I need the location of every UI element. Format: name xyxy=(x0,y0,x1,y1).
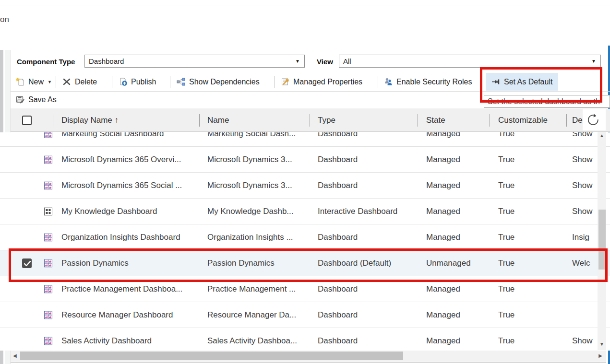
scroll-down-icon[interactable]: ▼ xyxy=(599,341,604,347)
grid-header: Display Name ↑ Name Type State Customiza… xyxy=(11,109,610,132)
cell-description: Show xyxy=(572,336,597,346)
table-row[interactable]: Resource Manager Dashboard Resource Mana… xyxy=(0,302,610,328)
cell-display-name: My Knowledge Dashboard xyxy=(61,207,196,216)
interactive-dashboard-icon xyxy=(44,207,52,215)
grid-bottom-border xyxy=(11,362,606,363)
table-row[interactable]: Microsoft Dynamics 365 Overvi... Microso… xyxy=(0,147,610,173)
cell-state: Managed xyxy=(426,207,487,216)
column-header-display-name[interactable]: Display Name ↑ xyxy=(61,109,119,131)
horizontal-scrollbar-thumb[interactable] xyxy=(20,352,403,360)
table-row[interactable]: My Knowledge Dashboard My Knowledge Dash… xyxy=(0,199,610,224)
new-button[interactable]: New ▼ xyxy=(16,73,52,91)
cell-type: Dashboard xyxy=(318,310,415,320)
component-type-label: Component Type xyxy=(17,58,75,66)
save-as-button[interactable]: Save As xyxy=(16,92,57,107)
toolbar-divider xyxy=(481,76,482,88)
cell-display-name: Marketing Social Dashboard xyxy=(61,132,196,139)
cell-name: Microsoft Dynamics 3... xyxy=(207,155,307,164)
cell-type: Dashboard xyxy=(318,284,415,294)
cell-customizable: True xyxy=(498,258,563,268)
scroll-left-icon[interactable]: ◀ xyxy=(13,353,17,358)
column-header-description[interactable]: De xyxy=(572,109,583,131)
cell-display-name: Resource Manager Dashboard xyxy=(61,310,196,320)
table-row[interactable]: Practice Management Dashboa... Practice … xyxy=(0,276,610,302)
cell-name: Sales Activity Dashboa... xyxy=(207,336,307,346)
column-header-name[interactable]: Name xyxy=(207,109,229,131)
vertical-scrollbar-thumb[interactable] xyxy=(598,210,606,270)
cell-description: Insig xyxy=(572,233,597,242)
cell-description: Welc xyxy=(572,258,597,268)
set-as-default-tooltip: Set the selected dashboard as th xyxy=(484,95,610,108)
top-divider xyxy=(0,5,610,5)
cell-customizable: True xyxy=(498,284,563,294)
scroll-up-icon[interactable]: ▲ xyxy=(599,133,604,138)
publish-icon xyxy=(119,77,128,86)
cell-customizable: True xyxy=(498,132,563,139)
cell-description: Show xyxy=(572,181,597,190)
cell-state: Managed xyxy=(426,284,487,294)
horizontal-scrollbar[interactable]: ◀ ▶ xyxy=(11,351,606,361)
view-select[interactable]: All ▼ xyxy=(339,55,601,68)
cell-name: Organization Insights ... xyxy=(207,233,307,242)
sort-ascending-icon: ↑ xyxy=(115,116,119,125)
delete-button[interactable]: Delete xyxy=(62,73,97,91)
cell-type: Dashboard xyxy=(318,155,415,164)
dashboard-icon xyxy=(44,285,52,293)
cell-type: Dashboard xyxy=(318,336,415,346)
table-row-selected[interactable]: Passion Dynamics Passion Dynamics Dashbo… xyxy=(0,250,610,276)
cell-name: Resource Manager Da... xyxy=(207,310,307,320)
cell-state: Unmanaged xyxy=(426,258,487,268)
cell-customizable: True xyxy=(498,310,563,320)
chevron-down-icon: ▼ xyxy=(48,80,52,84)
cell-name: Microsoft Dynamics 3... xyxy=(207,181,307,190)
cell-type: Dashboard xyxy=(318,132,415,139)
managed-properties-icon xyxy=(281,77,290,86)
cell-name: Passion Dynamics xyxy=(207,258,307,268)
cell-type: Dashboard (Default) xyxy=(318,258,415,268)
row-checkbox[interactable] xyxy=(22,258,32,268)
column-header-customizable[interactable]: Customizable xyxy=(498,109,548,131)
dashboard-icon xyxy=(44,337,52,345)
pushpin-icon xyxy=(491,77,501,86)
table-row[interactable]: Sales Activity Dashboard Sales Activity … xyxy=(0,328,610,351)
toolbar-divider xyxy=(112,76,112,88)
cell-customizable: True xyxy=(498,181,563,190)
enable-security-roles-button[interactable]: Enable Security Roles xyxy=(384,73,472,91)
table-row[interactable]: Organization Insights Dashboard Organiza… xyxy=(0,224,610,250)
table-row[interactable]: Microsoft Dynamics 365 Social ... Micros… xyxy=(0,173,610,199)
column-header-type[interactable]: Type xyxy=(318,109,335,131)
column-header-state[interactable]: State xyxy=(426,109,445,131)
chevron-down-icon: ▼ xyxy=(295,55,300,67)
set-as-default-button[interactable]: Set As Default xyxy=(486,73,558,91)
clipped-heading-text: on xyxy=(0,15,9,24)
toolbar-divider xyxy=(568,76,568,88)
cell-description: Show xyxy=(572,207,597,216)
cell-display-name: Organization Insights Dashboard xyxy=(61,233,196,242)
cell-state: Managed xyxy=(426,155,487,164)
show-dependencies-button[interactable]: Show Dependencies xyxy=(177,73,260,91)
dashboard-icon xyxy=(44,155,52,164)
toolbar-bottom-border xyxy=(11,91,610,92)
saveas-bottom-border xyxy=(11,108,610,108)
table-row[interactable]: Marketing Social Dashboard Marketing Soc… xyxy=(0,132,610,147)
new-document-icon xyxy=(16,77,25,86)
publish-button[interactable]: Publish xyxy=(119,73,156,91)
cell-customizable: True xyxy=(498,155,563,164)
toolbar-divider xyxy=(170,76,170,88)
toolbar-divider xyxy=(378,76,378,88)
cell-display-name: Microsoft Dynamics 365 Social ... xyxy=(61,181,196,190)
grid-body: Marketing Social Dashboard Marketing Soc… xyxy=(0,132,610,351)
cell-state: Managed xyxy=(426,310,487,320)
cell-state: Managed xyxy=(426,132,487,139)
scroll-right-icon[interactable]: ▶ xyxy=(598,353,602,358)
refresh-icon[interactable] xyxy=(586,113,600,127)
cell-customizable: True xyxy=(498,207,563,216)
vertical-scrollbar[interactable]: ▲ ▼ xyxy=(598,130,606,350)
component-type-select[interactable]: Dashboard ▼ xyxy=(84,55,305,68)
dashboard-icon xyxy=(44,181,52,189)
cell-name: Practice Management ... xyxy=(207,284,307,294)
cell-name: My Knowledge Dashb... xyxy=(207,207,307,216)
select-all-checkbox[interactable] xyxy=(22,116,32,125)
managed-properties-button[interactable]: Managed Properties xyxy=(281,73,362,91)
view-value: All xyxy=(343,57,351,65)
